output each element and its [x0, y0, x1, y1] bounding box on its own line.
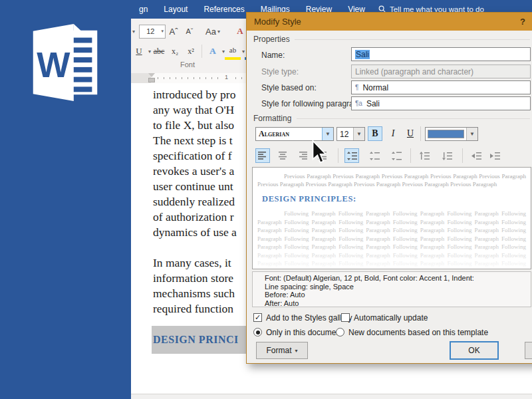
- font-group-label: Font: [131, 61, 244, 68]
- increase-indent-button[interactable]: [487, 148, 502, 163]
- divider: [201, 45, 202, 58]
- style-type-label: Style type:: [261, 67, 299, 76]
- line-spacing-1-5-button[interactable]: [367, 148, 382, 163]
- font-name-combo-arrow[interactable]: ▾: [132, 29, 135, 35]
- divider: [462, 148, 463, 163]
- align-center-button[interactable]: [275, 148, 290, 163]
- only-in-document-radio[interactable]: [253, 328, 262, 336]
- name-label: Name:: [261, 51, 285, 60]
- word-brand-panel: W: [0, 0, 131, 399]
- properties-section-label: Properties: [253, 35, 294, 44]
- document-heading-selected[interactable]: DESIGN PRINCI: [152, 326, 250, 354]
- style-description-line: Line spacing: single, Space: [257, 283, 527, 291]
- following-paragraph-combo[interactable]: ¶a Sali: [351, 96, 531, 110]
- change-case-button[interactable]: Aa ▾: [204, 24, 221, 39]
- only-in-document-label: Only in this document: [266, 328, 342, 337]
- ok-button[interactable]: OK: [450, 342, 498, 359]
- indent-marker-icon[interactable]: [148, 73, 155, 77]
- modify-style-dialog: Modify Style ? Properties Name: Sali Sty…: [246, 12, 532, 364]
- app-window: { "ui": {"dropdown_arrow":"▾","search_hi…: [0, 0, 532, 399]
- linked-style-icon: ¶a: [355, 100, 362, 107]
- underline-button[interactable]: U: [131, 44, 147, 59]
- formatting-section-label: Formatting: [253, 114, 295, 123]
- ribbon-tab[interactable]: References: [196, 0, 252, 19]
- chevron-down-icon[interactable]: ▼: [353, 128, 364, 140]
- style-description-line: After: Auto: [257, 299, 527, 308]
- style-type-field: Linked (paragraph and character): [351, 65, 531, 78]
- increase-space-before-button[interactable]: [417, 148, 432, 163]
- increase-indent-icon: [490, 152, 500, 160]
- decrease-indent-button[interactable]: [469, 148, 483, 163]
- ribbon-tab[interactable]: gn: [131, 0, 156, 19]
- preview-heading: DESIGN PRINCIPLES:: [262, 194, 526, 204]
- align-left-icon: [258, 152, 267, 160]
- text-effects-button[interactable]: A: [205, 44, 221, 59]
- word-logo-icon: W: [23, 20, 108, 105]
- align-right-icon: [298, 152, 307, 160]
- preview-fade-overlay: [253, 245, 530, 268]
- cancel-button-partial[interactable]: [525, 342, 532, 359]
- font-size-combo[interactable]: 12 ▾: [139, 25, 166, 39]
- chevron-down-icon[interactable]: ▼: [466, 128, 477, 140]
- format-button-label: Format: [266, 346, 291, 355]
- font-size-value: 12: [140, 27, 161, 35]
- new-documents-radio[interactable]: [336, 328, 344, 336]
- following-paragraph-value: Sali: [366, 99, 380, 108]
- indent-marker-icon[interactable]: [148, 78, 155, 82]
- automatically-update-checkbox[interactable]: [341, 313, 350, 322]
- ribbon-tab[interactable]: Layout: [156, 0, 196, 19]
- increase-space-after-button[interactable]: [440, 148, 454, 163]
- divider: [410, 148, 411, 163]
- divider: [420, 126, 421, 141]
- dialog-title: Modify Style: [254, 17, 301, 27]
- new-documents-label: New documents based on this template: [348, 328, 488, 337]
- subscript-button[interactable]: x₂: [167, 44, 183, 59]
- grow-font-button[interactable]: Aˆ: [166, 24, 182, 39]
- style-based-on-label: Style based on:: [261, 83, 317, 92]
- chevron-down-icon: ▾: [217, 29, 220, 35]
- line-spacing-1-5-icon: [370, 152, 380, 160]
- space-after-icon: [442, 152, 452, 160]
- status-bar: [131, 394, 532, 399]
- dialog-title-bar[interactable]: Modify Style: [247, 13, 532, 31]
- style-based-on-value: Normal: [362, 83, 388, 92]
- font-color-swatch: [428, 130, 464, 138]
- add-to-gallery-checkbox[interactable]: ✓: [253, 313, 262, 322]
- chevron-down-icon: ▾: [162, 29, 166, 34]
- align-left-button[interactable]: [255, 148, 270, 163]
- add-to-gallery-label: Add to the Styles gallery: [266, 313, 352, 323]
- chevron-down-icon[interactable]: ▼: [322, 128, 333, 140]
- dialog-font-name-combo[interactable]: Algerian ▼: [255, 127, 334, 141]
- change-case-label: Aa: [205, 27, 216, 37]
- dialog-font-size: 12: [337, 128, 353, 140]
- text-highlight-button[interactable]: ab: [225, 43, 241, 60]
- help-icon[interactable]: ?: [520, 17, 525, 27]
- following-paragraph-label: Style for following paragraph:: [261, 99, 364, 108]
- style-preview-box: Previous Paragraph Previous Paragraph Pr…: [252, 167, 531, 269]
- style-name-value: Sali: [355, 50, 370, 59]
- dialog-font-size-combo[interactable]: 12 ▼: [336, 127, 365, 141]
- underline-button[interactable]: U: [403, 126, 418, 141]
- shrink-font-button[interactable]: Aˇ: [182, 24, 198, 39]
- dialog-font-name: Algerian: [256, 128, 322, 140]
- format-button[interactable]: Format ▾: [256, 342, 308, 359]
- align-center-icon: [278, 152, 287, 160]
- bold-button[interactable]: B: [368, 126, 382, 141]
- line-spacing-single-button[interactable]: [344, 148, 359, 163]
- chevron-down-icon: ▾: [295, 348, 298, 354]
- superscript-button[interactable]: x²: [183, 44, 199, 59]
- ruler-number: 1: [223, 74, 230, 80]
- align-right-button[interactable]: [295, 148, 310, 163]
- pilcrow-icon: ¶: [355, 84, 358, 91]
- divider: [338, 148, 338, 163]
- style-description-line: Before: Auto: [257, 291, 527, 299]
- font-color-combo[interactable]: ▼: [425, 127, 478, 141]
- ok-button-label: OK: [468, 346, 479, 355]
- style-based-on-combo[interactable]: ¶ Normal: [351, 80, 531, 94]
- italic-button[interactable]: I: [386, 126, 400, 141]
- line-spacing-double-icon: [392, 152, 402, 160]
- style-name-input[interactable]: Sali: [351, 47, 531, 61]
- style-description-line: Font: (Default) Algerian, 12 pt, Bold, F…: [257, 274, 527, 283]
- strikethrough-button[interactable]: abc: [151, 44, 167, 59]
- line-spacing-double-button[interactable]: [389, 148, 404, 163]
